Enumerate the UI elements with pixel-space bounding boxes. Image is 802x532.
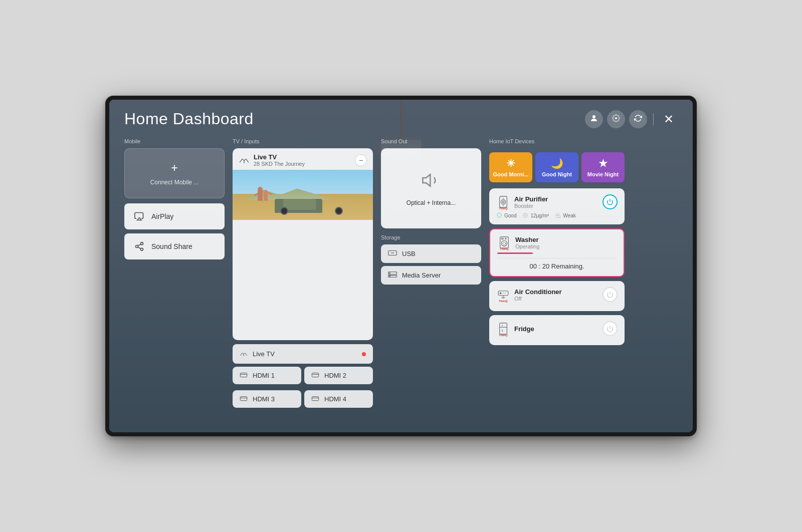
mobile-column: Mobile + Connect Mobile ... AirPlay xyxy=(124,138,225,411)
airplay-button[interactable]: AirPlay xyxy=(124,203,225,229)
movie-night-button[interactable]: ★ Movie Night xyxy=(581,152,625,182)
air-conditioner-card: ThinQ Air Conditioner Off xyxy=(489,281,625,311)
fridge-card: ThinQ Fridge xyxy=(489,315,625,345)
washer-icon-box: ThinQ xyxy=(497,235,511,249)
svg-rect-19 xyxy=(312,373,318,377)
washer-name: Washer xyxy=(515,236,539,243)
hdmi2-icon xyxy=(311,372,319,379)
ac-power-button[interactable] xyxy=(603,287,618,302)
washer-status: Operating xyxy=(515,243,539,249)
media-server-icon xyxy=(388,271,397,280)
refresh-icon xyxy=(634,114,642,124)
sound-share-button[interactable]: Sound Share xyxy=(124,233,225,259)
live-tv-info: Live TV 28 SKD The Journey xyxy=(239,153,305,167)
media-server-button[interactable]: Media Server xyxy=(381,266,481,285)
dashboard-overlay: Home Dashboard xyxy=(109,100,693,432)
svg-point-2 xyxy=(141,242,143,245)
thinq-label-fridge: ThinQ xyxy=(496,334,510,337)
tv-screen: Home Dashboard xyxy=(109,100,693,432)
avatar-button[interactable] xyxy=(585,110,603,128)
thinq-label-washer: ThinQ xyxy=(497,247,511,250)
svg-rect-21 xyxy=(240,397,247,401)
dashboard-header: Home Dashboard xyxy=(124,110,678,128)
fridge-icon-box: ThinQ xyxy=(496,322,510,336)
washer-header: ThinQ Washer Operating xyxy=(497,235,617,249)
live-tv-input-icon xyxy=(240,349,248,359)
hdmi1-button[interactable]: HDMI 1 xyxy=(233,367,301,384)
air-purifier-info: ThinQ Air Purifier Booster xyxy=(496,195,548,209)
usb-button[interactable]: USB xyxy=(381,244,481,263)
antenna-icon xyxy=(239,155,250,165)
channel-info: 28 SKD The Journey xyxy=(254,161,305,167)
hdmi2-button[interactable]: HDMI 2 xyxy=(304,367,373,384)
air-pm-stat: 12μg/m² xyxy=(522,212,549,218)
good-morning-button[interactable]: ☀ Good Morni... xyxy=(489,152,532,182)
svg-point-0 xyxy=(592,115,595,118)
svg-point-31 xyxy=(389,276,390,277)
gear-icon xyxy=(612,114,620,124)
refresh-button[interactable] xyxy=(629,110,647,128)
svg-line-9 xyxy=(244,159,246,161)
svg-point-47 xyxy=(500,293,501,294)
air-purifier-power-button[interactable] xyxy=(603,194,618,209)
usb-icon xyxy=(388,249,397,258)
hdmi3-button[interactable]: HDMI 3 xyxy=(233,390,301,408)
mobile-section-label: Mobile xyxy=(124,138,225,144)
connect-mobile-button[interactable]: + Connect Mobile ... xyxy=(124,148,225,198)
live-indicator xyxy=(362,352,366,356)
thinq-label-purifier: ThinQ xyxy=(496,207,510,210)
svg-rect-43 xyxy=(501,238,503,239)
fridge-power-button[interactable] xyxy=(603,321,618,336)
air-purifier-card: ThinQ Air Purifier Booster xyxy=(489,188,625,224)
sound-out-card[interactable]: Optical + Interna... xyxy=(381,148,481,228)
washer-text: Washer Operating xyxy=(515,236,539,249)
close-button[interactable]: ✕ xyxy=(660,110,678,128)
minus-button[interactable]: − xyxy=(355,154,367,166)
svg-marker-1 xyxy=(137,218,141,220)
live-tv-text-block: Live TV 28 SKD The Journey xyxy=(254,153,305,167)
airplay-label: AirPlay xyxy=(151,212,173,220)
ac-header: ThinQ Air Conditioner Off xyxy=(496,287,618,302)
page-title: Home Dashboard xyxy=(124,110,254,128)
tv-section-label: TV / Inputs xyxy=(233,138,373,144)
hdmi-row-2: HDMI 3 HDMI 4 xyxy=(233,390,373,408)
fridge-info: ThinQ Fridge xyxy=(496,322,534,336)
settings-button[interactable] xyxy=(607,110,625,128)
svg-rect-50 xyxy=(500,323,507,334)
hdmi4-icon xyxy=(311,395,319,403)
washer-progress-bar xyxy=(497,252,617,254)
air-purifier-text: Air Purifier Booster xyxy=(514,195,548,209)
air-purifier-header: ThinQ Air Purifier Booster xyxy=(496,194,618,209)
svg-point-30 xyxy=(389,273,390,274)
svg-rect-17 xyxy=(240,373,247,377)
thinq-label-ac: ThinQ xyxy=(496,300,510,303)
movie-night-label: Movie Night xyxy=(587,171,619,177)
svg-point-44 xyxy=(505,238,506,239)
ac-info: ThinQ Air Conditioner Off xyxy=(496,288,562,302)
ac-status: Off xyxy=(514,296,562,302)
svg-line-10 xyxy=(246,159,249,162)
svg-point-3 xyxy=(136,245,138,248)
iot-section-label: Home IoT Devices xyxy=(489,138,625,144)
svg-marker-25 xyxy=(423,174,430,186)
svg-point-42 xyxy=(503,242,506,245)
fridge-name: Fridge xyxy=(514,325,534,333)
header-controls: ✕ xyxy=(585,110,678,128)
svg-rect-23 xyxy=(312,397,318,401)
air-purifier-name: Air Purifier xyxy=(514,195,548,203)
show-title: The Journey xyxy=(274,161,305,167)
svg-point-4 xyxy=(141,248,143,250)
sound-section-label: Sound Out xyxy=(381,138,481,144)
live-tv-input-button[interactable]: Live TV xyxy=(233,344,373,364)
ac-text: Air Conditioner Off xyxy=(514,288,562,302)
fridge-text: Fridge xyxy=(514,325,534,333)
good-night-button[interactable]: 🌙 Good Night xyxy=(535,152,578,182)
svg-point-33 xyxy=(501,199,505,204)
hdmi1-icon xyxy=(240,372,248,379)
content-grid: Mobile + Connect Mobile ... AirPlay xyxy=(124,138,678,411)
sound-output-label: Optical + Interna... xyxy=(407,199,456,206)
hdmi4-button[interactable]: HDMI 4 xyxy=(304,390,373,408)
input-buttons: Live TV HDMI 1 xyxy=(233,344,373,411)
thumbnail-scene xyxy=(233,170,373,220)
star-icon: ★ xyxy=(598,157,608,169)
